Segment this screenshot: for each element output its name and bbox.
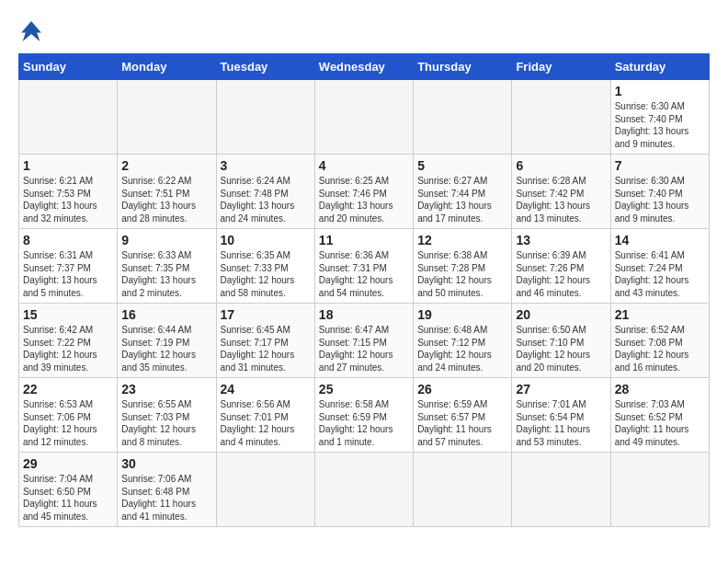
- calendar-cell: 12Sunrise: 6:38 AMSunset: 7:28 PMDayligh…: [414, 229, 512, 304]
- day-number: 1: [23, 158, 113, 173]
- weekday-header-saturday: Saturday: [610, 54, 709, 80]
- cell-info: Sunrise: 7:06 AMSunset: 6:48 PMDaylight:…: [121, 473, 211, 523]
- weekday-header-friday: Friday: [512, 54, 610, 80]
- cell-info: Sunrise: 6:24 AMSunset: 7:48 PMDaylight:…: [221, 175, 311, 224]
- calendar-cell: [314, 453, 413, 527]
- day-number: 5: [417, 158, 507, 173]
- cell-info: Sunrise: 6:41 AMSunset: 7:24 PMDaylight:…: [615, 249, 705, 299]
- day-number: 13: [516, 233, 606, 247]
- calendar-cell: 15Sunrise: 6:42 AMSunset: 7:22 PMDayligh…: [19, 304, 118, 378]
- day-number: 8: [23, 233, 113, 247]
- calendar-cell: 7Sunrise: 6:30 AMSunset: 7:40 PMDaylight…: [610, 155, 709, 229]
- cell-info: Sunrise: 6:48 AMSunset: 7:12 PMDaylight:…: [417, 324, 507, 373]
- day-number: 30: [121, 456, 211, 471]
- day-number: 11: [319, 233, 409, 247]
- cell-info: Sunrise: 6:33 AMSunset: 7:35 PMDaylight:…: [121, 249, 211, 299]
- cell-info: Sunrise: 6:56 AMSunset: 7:01 PMDaylight:…: [221, 398, 311, 448]
- calendar-cell: 19Sunrise: 6:48 AMSunset: 7:12 PMDayligh…: [414, 304, 512, 378]
- calendar-cell: 28Sunrise: 7:03 AMSunset: 6:52 PMDayligh…: [610, 378, 709, 453]
- day-number: 1: [615, 84, 705, 98]
- calendar-cell: 1Sunrise: 6:21 AMSunset: 7:53 PMDaylight…: [19, 155, 118, 229]
- cell-info: Sunrise: 6:58 AMSunset: 6:59 PMDaylight:…: [319, 398, 409, 448]
- calendar-cell: [216, 453, 314, 527]
- day-number: 12: [417, 233, 507, 247]
- day-number: 20: [516, 307, 606, 322]
- cell-info: Sunrise: 6:30 AMSunset: 7:40 PMDaylight:…: [615, 175, 705, 224]
- day-number: 10: [221, 233, 311, 247]
- day-number: 3: [221, 158, 311, 173]
- calendar-cell: 5Sunrise: 6:27 AMSunset: 7:44 PMDaylight…: [414, 155, 512, 229]
- day-number: 6: [516, 158, 606, 173]
- calendar-cell: 26Sunrise: 6:59 AMSunset: 6:57 PMDayligh…: [414, 378, 512, 453]
- calendar-cell: [512, 80, 610, 155]
- cell-info: Sunrise: 6:38 AMSunset: 7:28 PMDaylight:…: [417, 249, 507, 299]
- svg-marker-0: [21, 21, 41, 41]
- calendar-cell: 22Sunrise: 6:53 AMSunset: 7:06 PMDayligh…: [19, 378, 118, 453]
- weekday-header-row: SundayMondayTuesdayWednesdayThursdayFrid…: [19, 54, 710, 80]
- cell-info: Sunrise: 6:55 AMSunset: 7:03 PMDaylight:…: [121, 398, 211, 448]
- calendar-cell: [19, 80, 118, 155]
- cell-info: Sunrise: 6:30 AMSunset: 7:40 PMDaylight:…: [615, 100, 705, 150]
- logo: [18, 18, 48, 44]
- calendar-week-2: 8Sunrise: 6:31 AMSunset: 7:37 PMDaylight…: [19, 229, 710, 304]
- calendar-cell: 17Sunrise: 6:45 AMSunset: 7:17 PMDayligh…: [216, 304, 314, 378]
- cell-info: Sunrise: 6:35 AMSunset: 7:33 PMDaylight:…: [221, 249, 311, 299]
- calendar-cell: 14Sunrise: 6:41 AMSunset: 7:24 PMDayligh…: [610, 229, 709, 304]
- day-number: 19: [417, 307, 507, 322]
- calendar-cell: 9Sunrise: 6:33 AMSunset: 7:35 PMDaylight…: [118, 229, 216, 304]
- cell-info: Sunrise: 6:53 AMSunset: 7:06 PMDaylight:…: [23, 398, 113, 448]
- calendar-cell: 8Sunrise: 6:31 AMSunset: 7:37 PMDaylight…: [19, 229, 118, 304]
- logo-icon: [18, 18, 44, 44]
- header: [18, 18, 710, 44]
- calendar-cell: [314, 80, 413, 155]
- cell-info: Sunrise: 6:21 AMSunset: 7:53 PMDaylight:…: [23, 175, 113, 224]
- day-number: 27: [516, 382, 606, 396]
- day-number: 28: [615, 382, 705, 396]
- day-number: 2: [121, 158, 211, 173]
- calendar-cell: 2Sunrise: 6:22 AMSunset: 7:51 PMDaylight…: [118, 155, 216, 229]
- weekday-header-monday: Monday: [118, 54, 216, 80]
- day-number: 16: [121, 307, 211, 322]
- cell-info: Sunrise: 6:39 AMSunset: 7:26 PMDaylight:…: [516, 249, 606, 299]
- calendar-cell: 23Sunrise: 6:55 AMSunset: 7:03 PMDayligh…: [118, 378, 216, 453]
- cell-info: Sunrise: 6:22 AMSunset: 7:51 PMDaylight:…: [121, 175, 211, 224]
- calendar-cell: 21Sunrise: 6:52 AMSunset: 7:08 PMDayligh…: [610, 304, 709, 378]
- cell-info: Sunrise: 6:59 AMSunset: 6:57 PMDaylight:…: [417, 398, 507, 448]
- calendar-cell: 10Sunrise: 6:35 AMSunset: 7:33 PMDayligh…: [216, 229, 314, 304]
- calendar-cell: [512, 453, 610, 527]
- cell-info: Sunrise: 7:03 AMSunset: 6:52 PMDaylight:…: [615, 398, 705, 448]
- weekday-header-sunday: Sunday: [19, 54, 118, 80]
- calendar-cell: [414, 453, 512, 527]
- calendar-week-1: 1Sunrise: 6:21 AMSunset: 7:53 PMDaylight…: [19, 155, 710, 229]
- calendar-cell: 20Sunrise: 6:50 AMSunset: 7:10 PMDayligh…: [512, 304, 610, 378]
- calendar-cell: 13Sunrise: 6:39 AMSunset: 7:26 PMDayligh…: [512, 229, 610, 304]
- calendar-cell: 1Sunrise: 6:30 AMSunset: 7:40 PMDaylight…: [610, 80, 709, 155]
- cell-info: Sunrise: 6:50 AMSunset: 7:10 PMDaylight:…: [516, 324, 606, 373]
- calendar-cell: 30Sunrise: 7:06 AMSunset: 6:48 PMDayligh…: [118, 453, 216, 527]
- calendar-week-3: 15Sunrise: 6:42 AMSunset: 7:22 PMDayligh…: [19, 304, 710, 378]
- calendar-cell: 16Sunrise: 6:44 AMSunset: 7:19 PMDayligh…: [118, 304, 216, 378]
- day-number: 29: [23, 456, 113, 471]
- cell-info: Sunrise: 6:27 AMSunset: 7:44 PMDaylight:…: [417, 175, 507, 224]
- calendar-cell: 6Sunrise: 6:28 AMSunset: 7:42 PMDaylight…: [512, 155, 610, 229]
- weekday-header-tuesday: Tuesday: [216, 54, 314, 80]
- day-number: 22: [23, 382, 113, 396]
- calendar-cell: 29Sunrise: 7:04 AMSunset: 6:50 PMDayligh…: [19, 453, 118, 527]
- calendar-cell: 18Sunrise: 6:47 AMSunset: 7:15 PMDayligh…: [314, 304, 413, 378]
- day-number: 25: [319, 382, 409, 396]
- day-number: 4: [319, 158, 409, 173]
- cell-info: Sunrise: 6:31 AMSunset: 7:37 PMDaylight:…: [23, 249, 113, 299]
- cell-info: Sunrise: 6:28 AMSunset: 7:42 PMDaylight:…: [516, 175, 606, 224]
- calendar-cell: [216, 80, 314, 155]
- calendar-cell: [610, 453, 709, 527]
- day-number: 7: [615, 158, 705, 173]
- calendar-cell: 27Sunrise: 7:01 AMSunset: 6:54 PMDayligh…: [512, 378, 610, 453]
- calendar-cell: 3Sunrise: 6:24 AMSunset: 7:48 PMDaylight…: [216, 155, 314, 229]
- calendar-week-4: 22Sunrise: 6:53 AMSunset: 7:06 PMDayligh…: [19, 378, 710, 453]
- cell-info: Sunrise: 6:44 AMSunset: 7:19 PMDaylight:…: [121, 324, 211, 373]
- calendar-week-0: 1Sunrise: 6:30 AMSunset: 7:40 PMDaylight…: [19, 80, 710, 155]
- calendar-cell: 24Sunrise: 6:56 AMSunset: 7:01 PMDayligh…: [216, 378, 314, 453]
- cell-info: Sunrise: 6:25 AMSunset: 7:46 PMDaylight:…: [319, 175, 409, 224]
- day-number: 23: [121, 382, 211, 396]
- day-number: 15: [23, 307, 113, 322]
